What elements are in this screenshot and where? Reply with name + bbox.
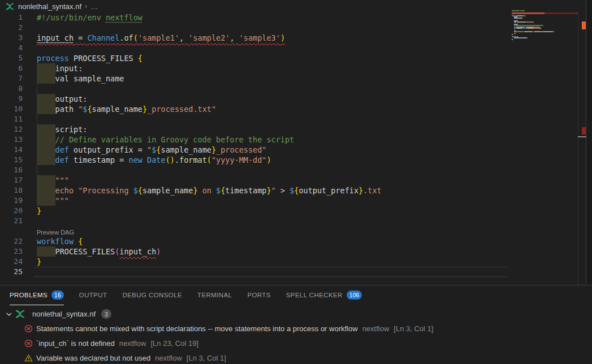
code-text: output: [37,94,87,104]
line-number: 21 [0,216,23,226]
line-number: 10 [0,104,23,114]
breadcrumb-separator: › [85,2,87,10]
problem-source: nextflow [119,339,146,348]
code-line[interactable]: 17 """ [0,175,512,185]
line-number: 22 [0,236,23,246]
line-number: 2 [0,23,23,33]
line-number: 18 [0,185,23,196]
line-number: 3 [0,33,23,43]
panel-tab-label: TERMINAL [197,292,232,298]
problem-position: [Ln 3, Col 1] [394,324,433,333]
code-line[interactable]: 25 [0,267,512,277]
line-number: 9 [0,94,23,104]
code-line[interactable]: 12 script: [0,124,512,135]
code-line[interactable]: 1#!/usr/bin/env nextflow [0,12,512,23]
code-line[interactable]: 4 [0,43,512,53]
code-line[interactable]: 23 PROCESS_FILES(input_ch) [0,246,512,257]
problem-message: `input_ch` is not defined [36,339,115,348]
code-text: input: [37,63,83,73]
indent-guide [37,114,37,124]
minimap-border [578,12,578,285]
problems-file-row[interactable]: nonlethal_syntax.nf 3 [0,307,592,321]
line-number: 1 [0,12,23,23]
panel-tab-label: PROBLEMS [10,292,47,298]
line-number: 8 [0,84,23,94]
vscode-window: nonlethal_syntax.nf › … 1#!/usr/bin/env … [0,0,592,364]
nextflow-file-icon [15,310,25,318]
codelens-row: Preview DAG [0,226,512,236]
line-number: 12 [0,124,23,135]
code-text: def timestamp = new Date().format("yyyy-… [37,155,271,165]
panel-tab-debug-console[interactable]: DEBUG CONSOLE [122,285,182,305]
breadcrumb-more[interactable]: … [90,2,98,11]
minimap-line [512,40,578,41]
problem-item[interactable]: Statements cannot be mixed with script d… [0,321,592,336]
panel-tab-bar: PROBLEMS16OUTPUTDEBUG CONSOLETERMINALPOR… [10,285,377,305]
code-line[interactable]: 15 def timestamp = new Date().format("yy… [0,155,512,165]
breadcrumb[interactable]: nonlethal_syntax.nf › … [0,0,592,12]
code-line[interactable]: 8 [0,84,512,94]
problem-position: [Ln 23, Col 19] [150,339,198,348]
code-text: """ [37,196,69,206]
panel-tab-ports[interactable]: PORTS [247,285,270,305]
code-text: workflow { [37,236,83,246]
line-number: 23 [0,246,23,257]
code-line[interactable]: 24} [0,257,512,267]
code-line[interactable]: 21 [0,216,512,226]
line-number: 25 [0,267,23,277]
line-number: 24 [0,257,23,267]
code-line[interactable]: 7 val sample_name [0,73,512,84]
problem-item[interactable]: `input_ch` is not definednextflow[Ln 23,… [0,336,592,350]
line-number: 4 [0,43,23,53]
line-number: 17 [0,175,23,185]
problem-source: nextflow [155,354,182,362]
code-line[interactable]: 6 input: [0,63,512,73]
panel-tab-label: SPELL CHECKER [286,292,343,298]
code-line[interactable]: 14 def output_prefix = "${sample_name}_p… [0,145,512,155]
code-line[interactable]: 22workflow { [0,236,512,246]
code-line[interactable]: 18 echo "Processing ${sample_name} on ${… [0,185,512,196]
code-line[interactable]: 19 """ [0,196,512,206]
minimap[interactable] [512,10,578,281]
code-text: val sample_name [37,73,124,84]
problems-count-badge: 3 [101,309,111,319]
chevron-down-icon [5,310,14,319]
panel-tab-spell-checker[interactable]: SPELL CHECKER106 [286,285,362,305]
code-text: script: [37,124,87,135]
code-text: } [37,257,41,267]
code-text: input_ch = Channel.of('sample1', 'sample… [37,33,285,43]
code-line[interactable]: 5process PROCESS_FILES { [0,53,512,63]
panel-tab-label: PORTS [247,292,270,298]
problem-source: nextflow [362,324,390,333]
code-line[interactable]: 3input_ch = Channel.of('sample1', 'sampl… [0,33,512,43]
problems-tree: nonlethal_syntax.nf 3 Statements cannot … [0,307,592,364]
warning-icon [24,354,33,362]
line-number: 15 [0,155,23,165]
panel-tab-label: OUTPUT [79,292,107,298]
code-text: echo "Processing ${sample_name} on ${tim… [37,185,382,196]
line-number: 11 [0,114,23,124]
problem-position: [Ln 3, Col 1] [187,354,226,362]
line-number: 13 [0,135,23,145]
indent-guide [37,165,37,175]
code-line[interactable]: 11 [0,114,512,124]
code-line[interactable]: 9 output: [0,94,512,104]
code-text: // Define variables in Groovy code befor… [37,135,294,145]
code-area[interactable]: 1#!/usr/bin/env nextflow23input_ch = Cha… [0,12,512,277]
breadcrumb-filename[interactable]: nonlethal_syntax.nf [18,2,81,11]
bottom-panel: PROBLEMS16OUTPUTDEBUG CONSOLETERMINALPOR… [0,285,592,364]
panel-tab-output[interactable]: OUTPUT [79,285,107,305]
code-text: """ [37,175,69,185]
code-line[interactable]: 10 path "${sample_name}_processed.txt" [0,104,512,114]
current-line-highlight [34,267,507,277]
code-line[interactable]: 13 // Define variables in Groovy code be… [0,135,512,145]
code-line[interactable]: 2 [0,23,512,33]
problem-item[interactable]: Variable was declared but not usednextfl… [0,350,592,364]
code-text: PROCESS_FILES(input_ch) [37,246,161,257]
code-line[interactable]: 20} [0,206,512,216]
code-line[interactable]: 16 [0,165,512,175]
panel-tab-badge: 16 [51,291,64,300]
code-text: def output_prefix = "${sample_name}_proc… [37,145,266,155]
panel-tab-terminal[interactable]: TERMINAL [197,285,232,305]
panel-tab-problems[interactable]: PROBLEMS16 [10,285,64,305]
